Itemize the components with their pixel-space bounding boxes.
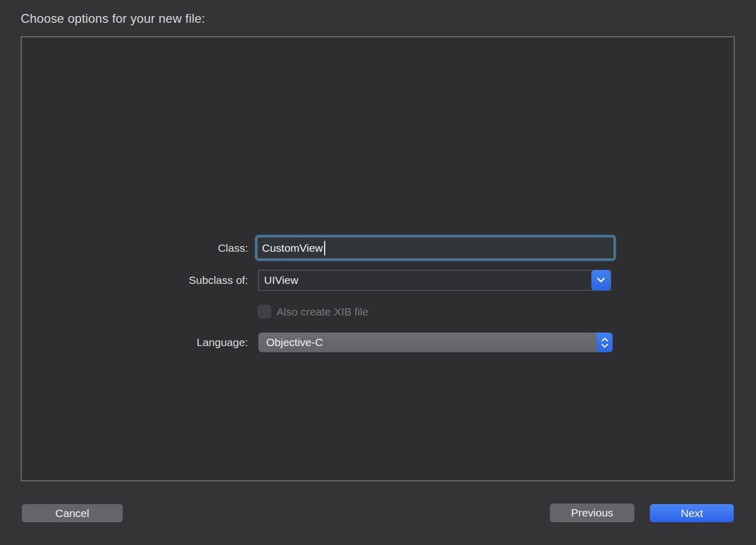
dialog-title: Choose options for your new file: <box>21 11 205 26</box>
class-input[interactable]: CustomView <box>257 237 614 259</box>
subclass-combobox-value: UIView <box>264 274 298 286</box>
chevron-down-icon <box>597 276 605 285</box>
options-panel: Class: CustomView Subclass of: UIView Al… <box>21 36 735 481</box>
class-label: Class: <box>22 235 248 261</box>
class-input-focus-ring: CustomView <box>255 235 616 261</box>
xib-checkbox-label: Also create XIB file <box>277 305 368 319</box>
text-cursor <box>324 241 325 255</box>
language-label: Language: <box>22 333 248 352</box>
previous-button[interactable]: Previous <box>550 504 634 522</box>
subclass-dropdown-button[interactable] <box>591 270 610 291</box>
language-popup[interactable]: Objective-C <box>258 333 613 352</box>
cancel-button[interactable]: Cancel <box>22 504 123 522</box>
xib-checkbox[interactable] <box>257 305 271 319</box>
subclass-combobox[interactable]: UIView <box>258 270 611 291</box>
subclass-label: Subclass of: <box>22 270 248 291</box>
class-input-value: CustomView <box>262 242 323 254</box>
language-popup-value: Objective-C <box>258 333 597 352</box>
new-file-options-dialog: Choose options for your new file: Class:… <box>0 0 756 545</box>
chevrons-up-down-icon <box>597 333 613 352</box>
next-button[interactable]: Next <box>650 504 734 522</box>
